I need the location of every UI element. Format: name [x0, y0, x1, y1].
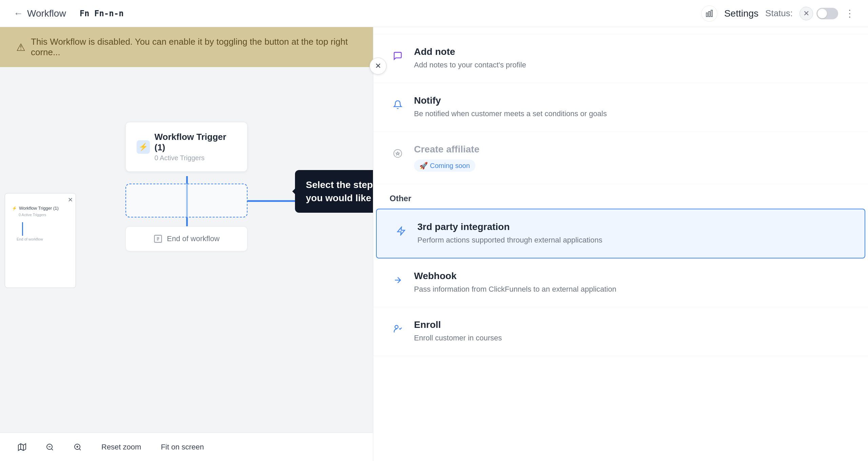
notify-content: Notify Be notified when customer meets a… — [414, 95, 607, 119]
warning-icon: ⚠ — [16, 41, 25, 53]
warning-text: This Workflow is disabled. You can enabl… — [31, 37, 357, 58]
third-party-integration-item[interactable]: 3rd party integration Perform actions su… — [376, 209, 865, 258]
webhook-desc: Pass information from ClickFunnels to an… — [414, 284, 616, 295]
svg-rect-0 — [706, 13, 708, 17]
notify-item[interactable]: Notify Be notified when customer meets a… — [373, 83, 868, 132]
mini-trigger-sub: 0 Active Triggers — [19, 213, 69, 217]
panel-close-button[interactable]: ✕ — [370, 58, 387, 75]
step-type-tooltip: Select the step type you would like to a… — [295, 170, 373, 213]
status-label: Status: — [765, 8, 793, 19]
more-options-button[interactable]: ⋮ — [845, 8, 854, 19]
coming-soon-label: Coming soon — [430, 162, 470, 170]
zoom-out-button[interactable] — [39, 439, 61, 455]
other-section-divider: Other — [373, 184, 868, 209]
status-toggle: ✕ — [800, 7, 838, 20]
notify-desc: Be notified when customer meets a set co… — [414, 108, 607, 119]
tooltip-line1: Select the step type — [306, 178, 373, 191]
trigger-subtitle: 0 Active Triggers — [155, 154, 237, 162]
add-note-desc: Add notes to your contact's profile — [414, 59, 526, 70]
empty-step-node[interactable] — [125, 184, 248, 217]
trigger-header: ⚡ Workflow Trigger (1) 0 Active Triggers — [137, 132, 236, 162]
svg-point-18 — [394, 149, 401, 157]
affiliate-icon — [390, 145, 406, 162]
svg-line-14 — [79, 448, 81, 450]
fit-screen-label: Fit on screen — [161, 443, 204, 452]
third-party-icon — [393, 223, 409, 239]
third-party-title: 3rd party integration — [417, 222, 602, 232]
third-party-desc: Perform actions supported through extern… — [417, 234, 602, 246]
mini-connector-line — [22, 222, 23, 236]
toggle-switch[interactable] — [816, 8, 838, 19]
zoom-in-icon — [74, 443, 82, 451]
svg-marker-19 — [398, 227, 405, 235]
add-note-title: Add note — [414, 46, 526, 57]
fit-screen-button[interactable]: Fit on screen — [154, 439, 211, 455]
coming-soon-rocket-icon: 🚀 — [419, 162, 428, 170]
map-view-button[interactable] — [11, 439, 33, 455]
add-note-item[interactable]: Add note Add notes to your contact's pro… — [373, 34, 868, 83]
zoom-in-button[interactable] — [66, 439, 89, 455]
add-note-content: Add note Add notes to your contact's pro… — [414, 46, 526, 70]
svg-marker-7 — [18, 444, 26, 450]
zoom-out-icon — [46, 443, 54, 451]
toggle-x-button[interactable]: ✕ — [800, 7, 813, 20]
enroll-item[interactable]: Enroll Enroll customer in courses — [373, 307, 868, 356]
workflow-trigger-node[interactable]: ⚡ Workflow Trigger (1) 0 Active Triggers — [125, 122, 248, 172]
bottom-toolbar: Reset zoom Fit on screen — [0, 433, 373, 461]
end-workflow-label: End of workflow — [167, 234, 219, 243]
app-title: Fn Fn-n-n — [80, 9, 124, 18]
webhook-content: Webhook Pass information from ClickFunne… — [414, 271, 616, 295]
warning-banner: ⚠ This Workflow is disabled. You can ena… — [0, 27, 373, 67]
settings-label[interactable]: Settings — [724, 8, 758, 19]
webhook-item[interactable]: Webhook Pass information from ClickFunne… — [373, 258, 868, 307]
trigger-lightning-icon: ⚡ — [137, 140, 150, 154]
mini-map-close-button[interactable]: ✕ — [68, 196, 73, 204]
mini-trigger-node: ⚡ Workflow Trigger (1) — [12, 206, 69, 211]
enroll-content: Enroll Enroll customer in courses — [414, 319, 502, 343]
svg-rect-2 — [711, 10, 712, 17]
topbar-right: Settings Status: ✕ ⋮ — [701, 5, 854, 22]
trigger-title: Workflow Trigger (1) — [155, 132, 237, 153]
add-note-icon — [390, 48, 406, 64]
end-workflow-node: End of workflow — [125, 226, 248, 251]
notify-title: Notify — [414, 95, 607, 106]
back-button[interactable]: ← — [14, 8, 23, 19]
page-title: Workflow — [27, 8, 66, 19]
analytics-icon-button[interactable] — [701, 5, 717, 22]
reset-zoom-button[interactable]: Reset zoom — [94, 439, 148, 455]
right-panel: Add/remove Tag Add note Add notes to you… — [373, 0, 868, 461]
affiliate-content: Create affiliate 🚀 Coming soon — [414, 144, 479, 172]
enroll-desc: Enroll customer in courses — [414, 332, 502, 343]
webhook-icon — [390, 272, 406, 288]
svg-rect-1 — [709, 12, 710, 17]
map-icon — [18, 443, 26, 451]
topbar: ← Workflow Fn Fn-n-n Settings Status: ✕ … — [0, 0, 868, 27]
mini-end-label: End of workflow — [17, 237, 69, 241]
mini-trigger-label: Workflow Trigger (1) — [19, 206, 59, 211]
other-label: Other — [390, 194, 411, 203]
affiliate-title: Create affiliate — [414, 144, 479, 155]
trigger-info: Workflow Trigger (1) 0 Active Triggers — [155, 132, 237, 162]
enroll-title: Enroll — [414, 319, 502, 330]
tooltip-line2: you would like to add — [306, 191, 373, 205]
notify-icon — [390, 97, 406, 113]
webhook-title: Webhook — [414, 271, 616, 281]
canvas-area: ⚡ Workflow Trigger (1) 0 Active Triggers… — [0, 27, 373, 461]
end-workflow-icon — [153, 234, 163, 244]
svg-line-11 — [52, 448, 53, 450]
mini-map: ✕ ⚡ Workflow Trigger (1) 0 Active Trigge… — [5, 193, 76, 288]
third-party-content: 3rd party integration Perform actions su… — [417, 222, 602, 246]
coming-soon-badge: 🚀 Coming soon — [414, 160, 475, 172]
mini-map-content: ⚡ Workflow Trigger (1) 0 Active Triggers… — [5, 193, 76, 248]
enroll-icon — [390, 321, 406, 337]
create-affiliate-item[interactable]: Create affiliate 🚀 Coming soon — [373, 132, 868, 184]
back-arrow-icon: ← — [14, 8, 23, 19]
reset-zoom-label: Reset zoom — [101, 443, 141, 452]
svg-point-21 — [395, 326, 398, 329]
